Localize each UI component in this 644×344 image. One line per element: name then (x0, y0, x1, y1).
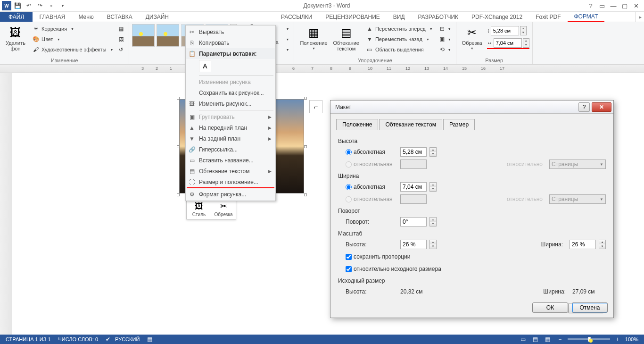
ctx-send-back[interactable]: ▼На задний план▶ (186, 133, 275, 144)
status-page[interactable]: СТРАНИЦА 1 ИЗ 1 (2, 336, 55, 342)
dlg-tab-wrap[interactable]: Обтекание текстом (379, 119, 442, 130)
crop-button[interactable]: ✂ Обрезка ▼ (459, 24, 485, 52)
ctx-cut[interactable]: ✂Вырезать (186, 26, 275, 37)
tab-foxit[interactable]: Foxit PDF (529, 12, 567, 22)
change-pic-icon[interactable]: 🖼 (117, 34, 126, 44)
ctx-format-picture[interactable]: ⚙Формат рисунка... (186, 189, 275, 200)
ctx-caption[interactable]: ▭Вставить название... (186, 155, 275, 166)
help-icon[interactable]: ? (586, 1, 596, 10)
qat-dropdown-icon[interactable]: ▼ (58, 0, 68, 11)
tab-pdfxchange[interactable]: PDF-XChange 2012 (465, 12, 529, 22)
align-button[interactable]: ⊟▼ (437, 24, 453, 34)
tab-file[interactable]: ФАЙЛ (0, 12, 33, 22)
status-words[interactable]: ЧИСЛО СЛОВ: 0 (55, 336, 102, 342)
dialog-help-icon[interactable]: ? (578, 102, 590, 112)
width-abs-input[interactable] (400, 182, 427, 192)
scale-w-spinner[interactable]: ▲▼ (599, 240, 606, 249)
artistic-button[interactable]: 🖌Художественные эффекты▼ (30, 45, 115, 54)
zoom-in-icon[interactable]: + (613, 336, 622, 343)
minimize-icon[interactable]: — (608, 1, 619, 10)
close-icon[interactable]: ✕ (631, 1, 641, 10)
zoom-slider[interactable] (568, 338, 610, 340)
bring-forward-button[interactable]: ▲Переместить вперед▼ (364, 24, 435, 34)
dialog-close-icon[interactable]: ✕ (592, 102, 611, 112)
save-icon[interactable]: 💾 (12, 0, 23, 11)
tab-developer[interactable]: РАЗРАБОТЧИК (412, 12, 465, 22)
view-read-icon[interactable]: ▭ (519, 336, 528, 343)
send-backward-button[interactable]: ▼Переместить назад▼ (364, 34, 435, 44)
zoom-level[interactable]: 100% (625, 336, 638, 342)
vertical-ruler[interactable] (0, 73, 12, 335)
handle-e[interactable] (304, 145, 307, 148)
tab-format[interactable]: ФОРМАТ (568, 12, 605, 22)
wrap-text-button[interactable]: ▤ Обтекание текстом (330, 24, 362, 52)
radio-abs-height[interactable]: абсолютная (346, 149, 397, 155)
ctx-wrap-text[interactable]: ▤Обтекание текстом▶ (186, 166, 275, 176)
radio-abs-width[interactable]: абсолютная (346, 184, 397, 190)
style-thumb[interactable] (157, 24, 179, 47)
tab-menu[interactable]: Меню (72, 12, 100, 22)
rotation-spinner[interactable]: ▲▼ (429, 217, 437, 227)
maximize-icon[interactable]: ▢ (619, 1, 630, 10)
group-button[interactable]: ▣▼ (437, 34, 453, 44)
ctx-hyperlink[interactable]: 🔗Гиперссылка... (186, 144, 275, 155)
ctx-save-as-picture[interactable]: Сохранить как рисунок... (186, 87, 275, 98)
redo-icon[interactable]: ↷ (35, 0, 45, 11)
cancel-button[interactable]: Отмена (572, 302, 608, 313)
spellcheck-icon[interactable]: ✔ (102, 336, 111, 343)
status-lang[interactable]: РУССКИЙ (111, 336, 143, 342)
horizontal-ruler[interactable]: 321 678 91011 121314 151617 (0, 65, 644, 73)
height-input[interactable] (491, 26, 519, 35)
zoom-out-icon[interactable]: − (555, 336, 565, 343)
width-input[interactable] (494, 38, 522, 48)
tab-insert[interactable]: ВСТАВКА (100, 12, 139, 22)
paste-option-picture[interactable]: A (199, 60, 211, 72)
reset-pic-icon[interactable]: ↺ (117, 45, 126, 54)
ctx-change-picture[interactable]: 🖼Изменить рисунок... (186, 98, 275, 109)
height-abs-input[interactable] (400, 147, 427, 157)
position-button[interactable]: ▦ Положение ▼ (297, 24, 330, 52)
height-spinner[interactable]: ▲▼ (429, 147, 437, 157)
lock-aspect-checkbox[interactable]: сохранить пропорции (346, 253, 410, 260)
selection-pane-button[interactable]: ▭Область выделения (364, 45, 435, 54)
handle-w[interactable] (177, 145, 180, 148)
ribbon-options-icon[interactable]: ▭ (597, 1, 607, 10)
radio-rel-width[interactable]: относительная (346, 196, 397, 202)
tab-review[interactable]: РЕЦЕНЗИРОВАНИЕ (319, 12, 386, 22)
new-doc-icon[interactable]: ▫ (46, 0, 57, 11)
handle-se[interactable] (304, 193, 307, 196)
width-spinner[interactable]: ▲▼ (429, 182, 437, 192)
corrections-button[interactable]: ☀Коррекция▼ (30, 24, 115, 34)
undo-icon[interactable]: ↶ (24, 0, 34, 11)
ctx-copy[interactable]: ⎘Копировать (186, 37, 275, 48)
ctx-size-position[interactable]: ⛶Размер и положение... (186, 176, 275, 187)
mini-style-button[interactable]: 🖼 Стиль (189, 201, 209, 217)
handle-nw[interactable] (177, 97, 180, 100)
dlg-tab-position[interactable]: Положение (336, 119, 378, 130)
radio-rel-height[interactable]: относительная (346, 161, 397, 168)
dialog-titlebar[interactable]: Макет ? ✕ (330, 101, 613, 114)
handle-ne[interactable] (304, 97, 307, 100)
height-spinner[interactable]: ▲▼ (520, 26, 527, 35)
tab-design[interactable]: ДИЗАЙН (139, 12, 175, 22)
width-spinner[interactable]: ▲▼ (523, 38, 529, 48)
scale-h-input[interactable] (400, 240, 427, 249)
rotation-input[interactable] (400, 217, 427, 227)
macro-icon[interactable]: ▦ (143, 336, 153, 343)
layout-options-icon[interactable]: ⌐ (309, 100, 322, 113)
handle-sw[interactable] (177, 193, 180, 196)
scale-h-spinner[interactable]: ▲▼ (429, 240, 437, 249)
view-print-icon[interactable]: ▤ (531, 336, 540, 343)
view-web-icon[interactable]: ▦ (543, 336, 553, 343)
remove-bg-button[interactable]: 🖼 Удалить фон (3, 24, 28, 52)
style-thumb[interactable] (132, 24, 155, 47)
dlg-tab-size[interactable]: Размер (443, 119, 475, 130)
scale-w-input[interactable] (570, 240, 596, 249)
tab-mailings[interactable]: РАССЫЛКИ (274, 12, 319, 22)
ctx-bring-front[interactable]: ▲На передний план▶ (186, 122, 275, 133)
rotate-button[interactable]: ⟲▼ (437, 45, 453, 54)
rel-original-checkbox[interactable]: относительно исходного размера (346, 266, 441, 272)
compress-icon[interactable]: ▦ (117, 24, 126, 34)
ok-button[interactable]: ОК (532, 302, 568, 313)
tab-home[interactable]: ГЛАВНАЯ (33, 12, 72, 22)
